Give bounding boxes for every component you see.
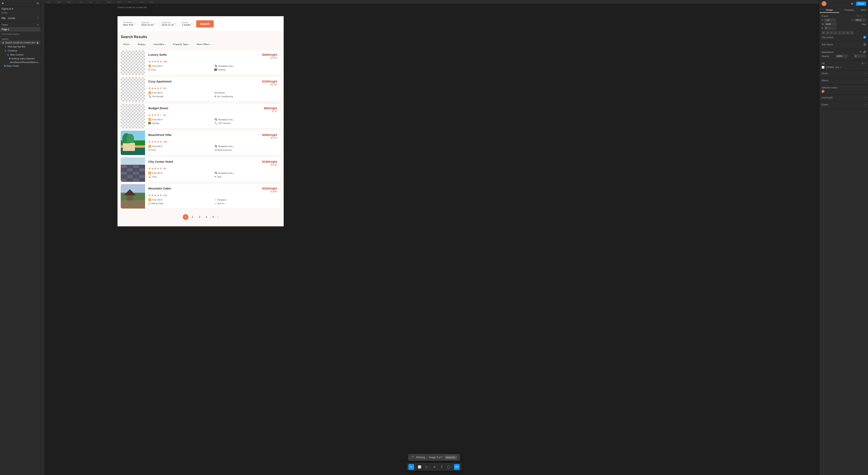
w-input[interactable] [825,23,837,26]
layer-booking-status[interactable]: booking status indicator [0,57,40,60]
effects-add-icon[interactable]: + [865,79,866,82]
search-button[interactable]: Search [196,20,214,28]
code-icon[interactable]: </> [856,14,860,17]
first-draft-feature[interactable]: First Draft Feature [0,32,40,36]
app-name[interactable]: Figma AI ▾ [0,7,40,11]
align-bottom[interactable]: ⊧ [842,31,845,35]
checkin-field[interactable]: Check-in 2023-12-01 ▾ [139,20,158,28]
price-total: $1980 [262,190,277,193]
export-add-icon[interactable]: + [865,103,866,106]
listing-beachfront-villa[interactable]: Beachfront Villa $300/night $2700 ★ ★ [121,131,280,155]
sidebar-item-page1[interactable]: Page 1 [0,27,40,32]
settings-icon[interactable]: ⋯ [864,14,866,17]
page-btn-4[interactable]: 4 [204,214,209,220]
stop-button[interactable]: Stop Esc [444,455,457,459]
guests-label: Guests [182,21,190,24]
layer-search-results[interactable]: ▣ Search results for a travel site 🔒 [0,40,40,44]
layer-travel-search[interactable]: travelSearchResultsWithIma... › [0,60,40,64]
distribute-h[interactable]: ≡ [846,31,849,35]
star-1: ★ [148,87,151,90]
amenity-wifi: 📶Free Wi-Fi [148,198,211,201]
page-btn-5[interactable]: 5 [210,214,216,220]
layer-basic-footer[interactable]: Basic Footer › [0,64,40,68]
frame-section-header: Frame </> ◻ ⋯ [822,14,866,17]
align-right[interactable]: ⊤ [830,31,833,35]
selection-color-swatch[interactable] [822,90,825,93]
layout-grid-add-icon[interactable]: + [865,96,866,99]
listing-header: Mountain Cabin $220/night $1980 [148,187,277,193]
page-next-button[interactable]: › [217,215,218,219]
blur-input[interactable] [854,55,866,58]
page-btn-2[interactable]: 2 [190,214,195,220]
filter-rating[interactable]: Rating ▾ [135,41,149,47]
toolbar-move-btn[interactable]: ↖ [408,464,414,470]
tab-design[interactable]: Design [819,7,839,13]
filter-price[interactable]: Price ▾ [121,41,133,47]
page-btn-1[interactable]: 1 [183,214,188,220]
play-button[interactable]: ▶ [850,2,855,6]
filter-amenities[interactable]: Amenities ▾ [151,41,168,47]
toolbar-component-btn[interactable]: ◯ [446,464,452,470]
listing-luxury-suite[interactable]: Luxury Suite $200/night $1800 ★ ★ [121,51,280,75]
listing-mountain-cabin[interactable]: Mountain Cabin $220/night $1980 ★ ★ [121,184,280,209]
share-button[interactable]: Share [856,2,866,6]
listing-header: City Center Hotel $180/night $1620 [148,160,277,166]
wifi-icon: 📶 [148,65,151,67]
align-center-v[interactable]: ⊦ [838,31,841,35]
layer-nav-bar[interactable]: ◈ Web App Nav Bar › [0,44,40,49]
menu-file[interactable]: File [2,16,5,21]
breakfast-icon: 🍳 [214,172,217,175]
listing-cozy-apartment[interactable]: Cozy Apartment $150/night $1350 ★ ★ [121,77,280,101]
fill-grid-icon[interactable]: ⊞ [862,62,864,65]
guests-field[interactable]: Guests 2 Adults ▾ [180,20,194,28]
stroke-add-icon[interactable]: + [865,72,866,75]
filter-property-type-chevron: ▾ [189,43,190,46]
toolbar-pen-btn[interactable]: ✒ [432,464,438,470]
toolbar-frame-btn[interactable]: ⬜ [417,464,423,470]
toolbar-code-btn[interactable]: </> [454,464,460,470]
distribute-v[interactable]: ⫿ [850,31,854,35]
fill-add-icon[interactable]: + [865,62,866,65]
destination-chevron: ▾ [134,23,135,25]
figma-logo[interactable]: ✦ [2,2,4,5]
r-input[interactable] [824,27,836,30]
canvas-scroll[interactable]: Search results for a travel site Destina… [44,4,819,475]
layer-main-content[interactable]: ⊞ Main Content › [0,53,40,57]
toolbar-text-btn[interactable]: T [439,464,444,470]
search-icon[interactable]: ⌕ [37,16,39,21]
opacity-input[interactable] [835,55,847,58]
eye-icon[interactable]: 👁 [860,51,862,53]
align-center-h[interactable]: ⊣ [826,31,829,35]
menu-assets[interactable]: Assets [8,16,15,21]
layout-grid-header: Layout grid + [822,96,866,99]
toolbar-shape-btn[interactable]: ◻ [424,464,429,470]
filter-property-type[interactable]: Property Type ▾ [170,41,192,47]
y-input[interactable] [854,19,866,22]
view-toggle[interactable]: ⊞ [37,2,39,5]
fill-swatch[interactable] [822,66,825,69]
filter-more[interactable]: More Filters ▾ [194,41,214,47]
auto-layout-icon[interactable]: ⊞ [864,43,866,46]
tab-prototype[interactable]: Prototype [839,7,859,13]
checkout-field[interactable]: Check-out 2023-12-10 ▾ [159,20,178,28]
user-avatar: A [822,1,827,6]
page-btn-3[interactable]: 3 [196,214,202,220]
align-top[interactable]: ⊥ [834,31,837,35]
x-input[interactable] [824,19,836,22]
link-icon[interactable]: 🔗 [863,51,866,53]
destination-field[interactable]: Destination New York ▾ [121,20,137,28]
listing-budget-room[interactable]: Budget Room $80/night $720 ★ ★ ★ [121,104,280,128]
clip-content-toggle[interactable] [863,36,866,38]
fill-color-value: FFFBFA [826,66,834,68]
align-left[interactable]: ⊢ [822,31,825,35]
add-page-button[interactable]: + [37,23,39,26]
star-5-half: ⯨ [160,167,162,170]
listing-city-center-hotel[interactable]: City Center Hotel $180/night $1620 ★ ★ [121,157,280,182]
star-3: ★ [154,60,156,63]
star-5-half: ⯨ [160,87,162,90]
checkout-label: Check-out [161,21,174,24]
copy-icon[interactable]: ◻ [861,14,863,17]
expand-arrow: › [38,54,39,56]
amenity-pool: ⊡Pool [148,149,211,151]
layer-container[interactable]: ⊞ Container › [0,49,40,53]
